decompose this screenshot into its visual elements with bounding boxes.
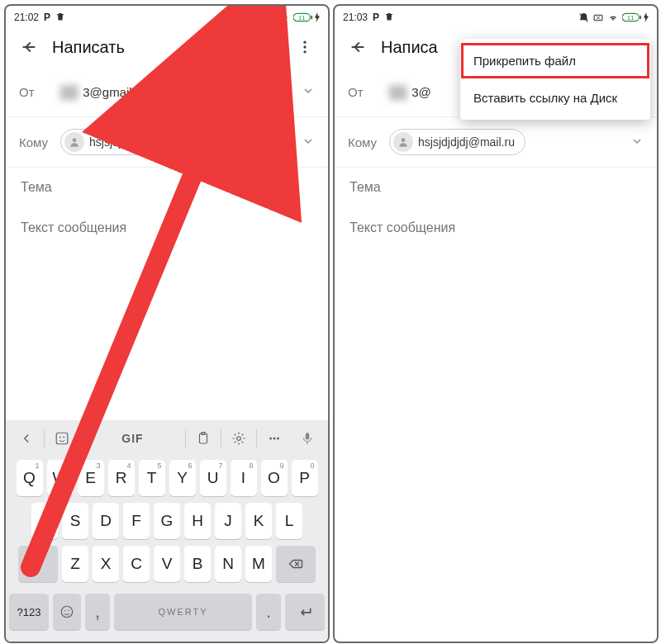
body-input[interactable]: [19, 219, 318, 321]
avatar-icon: [64, 132, 84, 152]
key-w[interactable]: W2: [47, 460, 74, 496]
key-y[interactable]: Y6: [169, 460, 196, 496]
key-shift[interactable]: [18, 546, 58, 582]
status-app-icon: P: [373, 12, 379, 23]
svg-point-6: [303, 50, 306, 53]
svg-rect-2: [311, 16, 312, 20]
key-p[interactable]: P0: [292, 460, 318, 496]
more-button[interactable]: [288, 31, 321, 64]
key-k[interactable]: K: [245, 503, 272, 539]
body-input[interactable]: [348, 219, 647, 321]
svg-point-19: [64, 610, 66, 612]
phone-left: 21:02 P 11 Написать От: [4, 4, 330, 643]
key-h[interactable]: H: [184, 503, 211, 539]
send-button[interactable]: [249, 31, 282, 64]
menu-insert-drive[interactable]: Вставить ссылку на Диск: [460, 79, 650, 116]
mic-icon[interactable]: [292, 431, 323, 446]
status-time: 21:03: [343, 12, 368, 23]
key-u[interactable]: U7: [200, 460, 226, 496]
chevron-down-icon[interactable]: [630, 135, 644, 150]
recipient-chip[interactable]: hsjsjdjdjdj@mail.ru: [60, 129, 197, 155]
key-r[interactable]: R4: [108, 460, 135, 496]
key-i[interactable]: I8: [231, 460, 257, 496]
battery-indicator: 11: [293, 12, 320, 22]
app-bar: Написать: [6, 27, 328, 67]
trash-icon: [55, 12, 65, 24]
from-label: От: [19, 85, 60, 99]
svg-point-14: [269, 438, 272, 440]
key-l[interactable]: L: [276, 503, 302, 539]
body-field[interactable]: [6, 207, 328, 336]
kb-collapse-icon[interactable]: [11, 431, 42, 446]
svg-rect-17: [306, 433, 310, 439]
key-z[interactable]: Z: [62, 546, 88, 582]
svg-point-5: [303, 45, 306, 48]
key-period[interactable]: .: [256, 594, 281, 630]
key-e[interactable]: E3: [78, 460, 104, 496]
key-f[interactable]: F: [123, 503, 150, 539]
subject-field[interactable]: [6, 168, 328, 207]
svg-point-18: [61, 606, 73, 618]
svg-rect-24: [640, 16, 641, 20]
key-o[interactable]: O9: [261, 460, 288, 496]
chevron-down-icon[interactable]: [302, 84, 315, 100]
svg-point-4: [303, 41, 306, 44]
key-x[interactable]: X: [93, 546, 119, 582]
key-backspace[interactable]: [276, 546, 316, 582]
back-button[interactable]: [12, 31, 45, 64]
clipboard-icon[interactable]: [188, 431, 219, 446]
key-j[interactable]: J: [215, 503, 241, 539]
subject-field[interactable]: [335, 168, 657, 207]
dnd-icon: [250, 12, 260, 23]
key-enter[interactable]: [285, 594, 325, 630]
key-s[interactable]: S: [62, 503, 88, 539]
key-g[interactable]: G: [154, 503, 180, 539]
svg-point-26: [402, 138, 406, 142]
from-value: 3@gmail.com: [83, 85, 159, 99]
key-t[interactable]: T5: [139, 460, 165, 496]
settings-icon[interactable]: [223, 431, 254, 446]
from-field[interactable]: От ██3@gmail.com: [6, 67, 328, 117]
page-title: Написать: [52, 38, 125, 57]
subject-input[interactable]: [19, 179, 318, 196]
svg-point-16: [277, 438, 279, 440]
key-c[interactable]: C: [123, 546, 150, 582]
key-b[interactable]: B: [184, 546, 211, 582]
key-emoji[interactable]: [53, 594, 81, 630]
to-field[interactable]: Кому hsjsjdjdjdj@mail.ru: [6, 117, 328, 168]
recipient-chip[interactable]: hsjsjdjdjdj@mail.ru: [389, 129, 525, 155]
more-horizontal-icon[interactable]: [259, 431, 290, 446]
key-d[interactable]: D: [93, 503, 119, 539]
status-app-icon: P: [44, 12, 50, 23]
svg-point-10: [63, 437, 64, 438]
trash-icon: [384, 12, 394, 24]
chevron-down-icon[interactable]: [302, 135, 315, 150]
key-m[interactable]: M: [245, 546, 272, 582]
to-label: Кому: [348, 135, 389, 149]
rotate-lock-icon: [592, 12, 604, 23]
wifi-icon: [278, 12, 290, 22]
gif-button[interactable]: GIF: [82, 432, 183, 445]
body-field[interactable]: [335, 207, 657, 336]
status-bar: 21:02 P 11: [6, 6, 328, 27]
key-n[interactable]: N: [215, 546, 241, 582]
attach-button[interactable]: [209, 31, 242, 64]
sticker-icon[interactable]: [46, 431, 78, 446]
avatar-icon: [393, 132, 413, 152]
key-v[interactable]: V: [154, 546, 180, 582]
to-field[interactable]: Кому hsjsjdjdjdj@mail.ru: [335, 117, 657, 168]
dnd-icon: [578, 12, 589, 23]
svg-text:11: 11: [298, 14, 305, 21]
menu-attach-file[interactable]: Прикрепить файл: [460, 42, 650, 79]
subject-input[interactable]: [348, 179, 647, 196]
key-space[interactable]: QWERTY: [114, 594, 252, 630]
key-comma[interactable]: ,: [85, 594, 110, 630]
svg-point-15: [273, 438, 276, 440]
key-q[interactable]: Q1: [17, 460, 43, 496]
svg-point-7: [73, 138, 77, 142]
key-numeric[interactable]: ?123: [9, 594, 49, 630]
back-button[interactable]: [341, 31, 374, 64]
kb-suggestion-bar: GIF: [6, 420, 328, 457]
key-a[interactable]: A: [31, 503, 58, 539]
svg-point-20: [69, 610, 70, 612]
